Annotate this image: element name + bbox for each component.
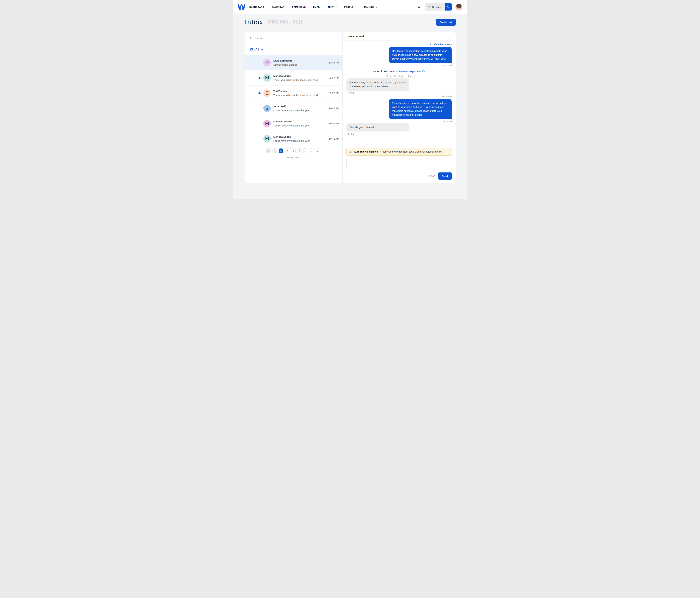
- create-split-button[interactable]: Create...: [425, 3, 452, 10]
- conversation-texts: Dave Lombardo Sounds good, thanks!: [273, 59, 327, 66]
- conversation-texts: Michelle Walton I don’t have any updates…: [273, 120, 327, 127]
- nav-item-campaigns[interactable]: CAMPAIGNS: [292, 6, 306, 8]
- message-preview: Sounds good, thanks!: [273, 63, 327, 66]
- contact-name: Sarah Bell: [273, 105, 327, 108]
- nav-item-label: TEXT: [328, 6, 333, 8]
- message-timestamp: 1:15 PM: [346, 120, 452, 123]
- brand-logo[interactable]: W: [238, 3, 245, 11]
- inbox-phone-number: (888) 646 - 3111: [267, 20, 303, 25]
- conversation-list: D Dave Lombardo Sounds good, thanks! 12:…: [245, 55, 342, 147]
- message-preview: Thank you! When is the deadline for this…: [273, 79, 327, 81]
- chat-message-area[interactable]: Marketing surveyHey team! The marketing …: [343, 41, 456, 148]
- chat-contact-name: Dave Lombardo: [343, 32, 456, 41]
- pagination-prev-button[interactable]: ‹: [273, 149, 277, 153]
- conversation-row[interactable]: M Michelle Walton I don’t have any updat…: [245, 116, 342, 131]
- avatar: M: [263, 135, 271, 142]
- inbox-filter-label: All: [255, 48, 259, 51]
- warning-text: A response by the recipient could trigge…: [380, 151, 442, 153]
- search-icon[interactable]: [418, 5, 421, 9]
- pagination-page-2[interactable]: 2: [285, 149, 290, 153]
- create-text-button[interactable]: Create text: [436, 19, 456, 26]
- pagination-page-5[interactable]: 5: [303, 149, 308, 153]
- nav-item-label: MANAGE: [364, 6, 374, 8]
- nav-items: DASHBOARDCALENDARCAMPAIGNSEMAILTEXTPEOPL…: [249, 6, 378, 8]
- message-time: 10:42 AM: [329, 137, 339, 140]
- create-button[interactable]: Create...: [425, 3, 445, 10]
- chevron-down-icon: [375, 6, 378, 8]
- chevron-down-icon: [335, 6, 337, 8]
- search-row: [245, 32, 342, 44]
- pagination-page-3[interactable]: 3: [291, 149, 296, 153]
- page-title: Inbox: [245, 18, 263, 26]
- survey-link[interactable]: http://www.wsmsg.com/43f2: [402, 57, 433, 60]
- user-avatar[interactable]: [455, 4, 462, 10]
- conversation-row[interactable]: M Marissa Lopez Thank you! When is the d…: [245, 70, 342, 85]
- message-preview: I don’t have any updates this year: [273, 109, 327, 112]
- message-input[interactable]: [346, 158, 452, 170]
- top-nav-right: Create...: [418, 3, 462, 10]
- message-preview: I don’t have any updates this year: [273, 124, 327, 127]
- pagination-last-button[interactable]: »: [316, 149, 320, 153]
- chevron-down-icon: [261, 48, 264, 51]
- unread-dot: [258, 77, 260, 79]
- auto-reply-label: Auto-reply: [346, 95, 452, 98]
- avatar: T: [263, 89, 271, 97]
- nav-item-calendar[interactable]: CALENDAR: [272, 6, 284, 8]
- inbox-tray-icon: [250, 48, 254, 51]
- send-button[interactable]: Send: [438, 173, 452, 180]
- app-screen: W DASHBOARDCALENDARCAMPAIGNSEMAILTEXTPEO…: [233, 0, 467, 199]
- chat-bubble-icon: [430, 43, 433, 45]
- avatar: S: [263, 105, 271, 112]
- pagination-page-4[interactable]: 4: [297, 149, 302, 153]
- auto-reply-warning-banner: Auto-reply is enabled A response by the …: [346, 148, 452, 156]
- contact-name: Dave Lombardo: [273, 59, 327, 62]
- pagination-first-button[interactable]: «: [267, 149, 271, 153]
- composer: Auto-reply is enabled A response by the …: [343, 148, 456, 183]
- contact-name: Marissa Lopez: [273, 75, 327, 77]
- create-button-label: Create...: [432, 6, 442, 8]
- label-text: Auto-reply: [442, 95, 452, 98]
- link-click-event: Dave clicked on http://www.wsmsg.com/43f…: [346, 70, 452, 73]
- avatar: M: [263, 74, 271, 82]
- pagination-page-1[interactable]: 1: [279, 149, 283, 153]
- conversation-texts: Ted Fischer Thank you! When is the deadl…: [273, 90, 327, 97]
- conversation-row[interactable]: S Sarah Bell I don’t have any updates th…: [245, 101, 342, 116]
- label-text: Marketing survey: [434, 43, 452, 45]
- nav-item-email[interactable]: EMAIL: [313, 6, 320, 8]
- contact-name: Ted Fischer: [273, 90, 327, 93]
- conversation-row[interactable]: M Marissa Lopez I don’t have any updates…: [245, 131, 342, 147]
- nav-item-dashboard[interactable]: DASHBOARD: [249, 6, 264, 8]
- date-separator: Today, July 13 at 1:11 PM: [346, 75, 452, 77]
- nav-item-label: CAMPAIGNS: [292, 6, 306, 8]
- conversation-texts: Marissa Lopez I don’t have any updates t…: [273, 135, 327, 142]
- main-content: All D Dave Lombardo Sounds good, thanks!…: [245, 32, 456, 183]
- clicked-link[interactable]: http://www.wsmsg.com/43f2: [393, 70, 425, 73]
- campaign-label: Marketing survey: [346, 43, 452, 45]
- conversation-row[interactable]: T Ted Fischer Thank you! When is the dea…: [245, 85, 342, 101]
- outgoing-message-bubble: Hey team! The marketing department needs…: [389, 47, 452, 63]
- search-icon: [250, 36, 253, 40]
- inbox-filter-dropdown[interactable]: All: [245, 44, 342, 55]
- create-caret-button[interactable]: [445, 3, 452, 10]
- chat-panel: Dave Lombardo Marketing surveyHey team! …: [343, 32, 456, 183]
- message-timestamp: 12:00 PM: [346, 64, 452, 67]
- sparkle-icon: [427, 5, 430, 8]
- conversation-texts: Sarah Bell I don’t have any updates this…: [273, 105, 327, 112]
- top-nav: W DASHBOARDCALENDARCAMPAIGNSEMAILTEXTPEO…: [233, 0, 467, 14]
- character-counter: 0/306: [429, 175, 435, 178]
- avatar: D: [263, 59, 271, 67]
- nav-item-text[interactable]: TEXT: [328, 6, 337, 8]
- conversation-row[interactable]: D Dave Lombardo Sounds good, thanks! 12:…: [245, 55, 342, 70]
- send-row: 0/306 Send: [346, 173, 452, 180]
- page-summary: Page 1 of 5: [245, 156, 342, 159]
- warning-icon: [349, 150, 352, 153]
- pagination-next-button[interactable]: ›: [309, 149, 314, 153]
- nav-item-manage[interactable]: MANAGE: [364, 6, 378, 8]
- outgoing-message-bubble: This inbox is not actively monitored but…: [389, 99, 452, 119]
- page-header: Inbox (888) 646 - 3111 Create text: [245, 18, 456, 26]
- nav-item-people[interactable]: PEOPLE: [344, 6, 357, 8]
- search-input[interactable]: [255, 36, 338, 40]
- message-preview: I don’t have any updates this year: [273, 139, 327, 142]
- conversation-texts: Marissa Lopez Thank you! When is the dea…: [273, 75, 327, 81]
- contact-name: Michelle Walton: [273, 120, 327, 123]
